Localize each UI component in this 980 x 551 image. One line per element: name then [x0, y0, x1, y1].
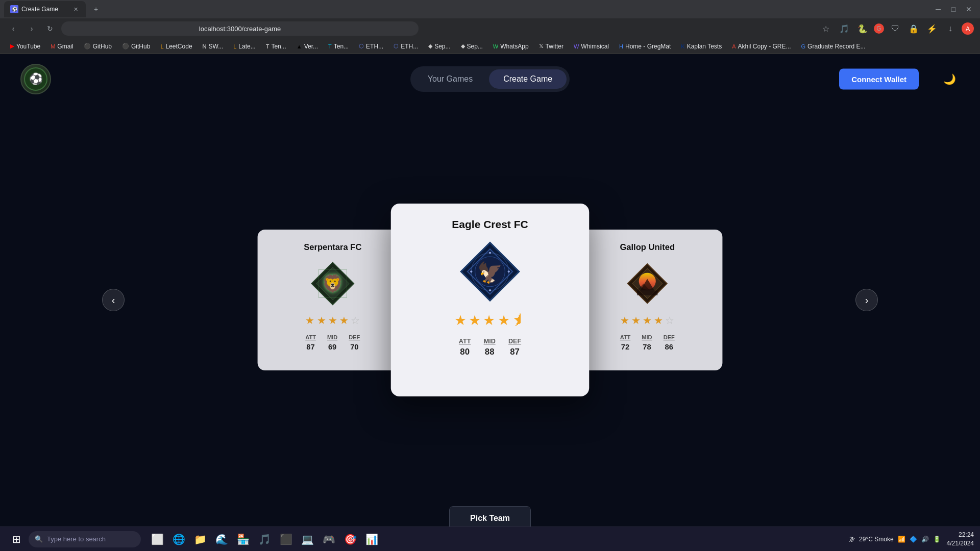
bookmark-label: Twitter	[546, 43, 564, 50]
bookmark-gre[interactable]: G Graduate Record E...	[797, 42, 870, 51]
bookmark-github-2[interactable]: ⚫ GitHub	[118, 42, 154, 51]
carousel-right-button[interactable]: ›	[855, 289, 878, 311]
bookmark-eth2[interactable]: ⬡ ETH...	[389, 42, 422, 51]
taskbar-app-vscode[interactable]: 💻	[297, 529, 317, 549]
close-button[interactable]: ✕	[962, 2, 976, 16]
bookmark-gmail[interactable]: M Gmail	[46, 42, 78, 51]
bookmark-kaplan[interactable]: K Kaplan Tests	[677, 42, 726, 51]
taskbar-app-ps[interactable]: 🎮	[318, 529, 339, 549]
bookmark-whimsical[interactable]: W Whimsical	[570, 42, 613, 51]
taskbar-app-explorer[interactable]: 📁	[190, 529, 210, 549]
team-name-gallop-united: Gallop United	[620, 243, 675, 253]
stats-row-eagle-crest: ATT 80 MID 88 DEF 87	[459, 338, 521, 357]
taskbar-app-green[interactable]: 📊	[361, 529, 382, 549]
star-3: ★	[328, 315, 337, 327]
bookmark-leetcode[interactable]: L LeetCode	[156, 42, 196, 51]
star-4: ★	[339, 315, 349, 327]
bookmark-ten2[interactable]: T Ten...	[324, 42, 353, 51]
maximize-button[interactable]: □	[946, 2, 961, 16]
bookmark-star-icon[interactable]: ☆	[819, 21, 833, 36]
star-1: ★	[305, 315, 314, 327]
taskbar-app-task-view[interactable]: ⬜	[147, 529, 167, 549]
bookmark-eth1[interactable]: ⬡ ETH...	[355, 42, 387, 51]
bookmark-github-1[interactable]: ⚫ GitHub	[80, 42, 116, 51]
taskbar: ⊞ 🔍 Type here to search ⬜ 🌐 📁 🌊 🏪 🎵 ⬛ 💻 …	[0, 527, 980, 551]
stars-row-serpentara: ★ ★ ★ ★ ☆	[305, 315, 360, 327]
att-stat-eagle: ATT 80	[459, 338, 471, 357]
taskbar-search[interactable]: 🔍 Type here to search	[29, 531, 141, 547]
team-card-eagle-crest[interactable]: Eagle Crest FC 🦅	[391, 204, 590, 396]
att-label: ATT	[620, 334, 631, 341]
sep1-icon: ◆	[428, 43, 432, 49]
bookmark-ten[interactable]: T Ten...	[262, 42, 290, 51]
connect-wallet-button[interactable]: Connect Wallet	[839, 69, 919, 90]
bookmark-sep1[interactable]: ◆ Sep...	[424, 42, 454, 51]
active-tab[interactable]: ⚽ Create Game ✕	[4, 1, 86, 17]
taskbar-app-store[interactable]: 🏪	[233, 529, 253, 549]
mid-stat-gallop: MID 78	[642, 334, 652, 351]
carousel-left-button[interactable]: ‹	[102, 289, 125, 311]
svg-point-14	[470, 270, 472, 272]
att-label: ATT	[459, 338, 471, 345]
bookmark-gregmat[interactable]: H Home - GregMat	[615, 42, 675, 51]
your-games-nav[interactable]: Your Games	[413, 69, 487, 89]
def-stat-eagle: DEF 87	[508, 338, 521, 357]
bookmark-label: YouTube	[16, 43, 40, 50]
bookmark-akhil[interactable]: A Akhil Copy - GRE...	[728, 42, 795, 51]
tab-close-button[interactable]: ✕	[71, 5, 80, 13]
reload-button[interactable]: ↻	[43, 21, 57, 36]
forward-button[interactable]: ›	[24, 21, 39, 36]
def-stat-gallop: DEF 86	[664, 334, 675, 351]
back-button[interactable]: ‹	[6, 21, 20, 36]
start-button[interactable]: ⊞	[6, 529, 27, 549]
extension-icon-7[interactable]: ↓	[943, 21, 958, 36]
eth1-icon: ⬡	[359, 43, 364, 49]
team-card-serpentara[interactable]: Serpentara FC 🦁 ★ ★ ★ ★ ☆	[258, 230, 408, 370]
att-value-serpentara: 87	[306, 343, 314, 352]
mid-stat-serpentara: MID 69	[327, 334, 337, 351]
profile-icon[interactable]: A	[962, 22, 974, 35]
def-label: DEF	[349, 334, 360, 341]
bookmark-whatsapp[interactable]: W WhatsApp	[489, 42, 533, 51]
taskbar-app-terminal[interactable]: ⬛	[276, 529, 296, 549]
date-display: 4/21/2024	[947, 539, 974, 548]
extension-icon-3[interactable]: G	[874, 23, 884, 34]
app-logo: ⚽	[20, 64, 51, 94]
extension-icon-4[interactable]: 🛡	[888, 21, 902, 36]
extension-icon-2[interactable]: 🐍	[855, 21, 870, 36]
address-input[interactable]	[61, 21, 419, 36]
taskbar-app-spotify[interactable]: 🎵	[254, 529, 275, 549]
bluetooth-icon: 🔷	[910, 536, 917, 543]
create-game-nav[interactable]: Create Game	[489, 69, 567, 89]
bookmark-sep2[interactable]: ◆ Sep...	[457, 42, 487, 51]
def-value-serpentara: 70	[350, 343, 358, 352]
taskbar-app-edge[interactable]: 🌊	[211, 529, 232, 549]
extension-icon-1[interactable]: 🎵	[837, 21, 851, 36]
def-value-eagle: 87	[510, 347, 520, 357]
bookmarks-bar: ▶ YouTube M Gmail ⚫ GitHub ⚫ GitHub L Le…	[0, 39, 980, 54]
taskbar-clock[interactable]: 22:24 4/21/2024	[947, 531, 974, 548]
new-tab-button[interactable]: +	[89, 2, 103, 16]
extension-icon-5[interactable]: 🔒	[906, 21, 921, 36]
bookmark-label: Whimsical	[581, 43, 609, 50]
bookmark-ver[interactable]: ▲ Ver...	[292, 42, 322, 51]
taskbar-app-xbox[interactable]: 🎯	[340, 529, 360, 549]
minimize-button[interactable]: ─	[931, 2, 945, 16]
taskbar-app-chrome[interactable]: 🌐	[168, 529, 189, 549]
theme-toggle-button[interactable]: 🌙	[939, 69, 960, 89]
bookmark-youtube[interactable]: ▶ YouTube	[6, 42, 44, 51]
tab-favicon: ⚽	[10, 5, 18, 13]
team-card-gallop-united[interactable]: Gallop United	[572, 230, 722, 370]
bookmark-label: SW...	[209, 43, 224, 50]
nav-pills: Your Games Create Game	[410, 66, 570, 92]
volume-icon: 🔊	[921, 536, 929, 543]
mid-stat-eagle: MID 88	[484, 338, 496, 357]
stats-row-serpentara: ATT 87 MID 69 DEF 70	[305, 334, 360, 351]
extension-icon-6[interactable]: ⚡	[925, 21, 939, 36]
bookmark-twitter[interactable]: 𝕏 Twitter	[535, 42, 568, 51]
whimsical-icon: W	[574, 43, 579, 49]
bookmark-notion[interactable]: N SW...	[199, 42, 228, 51]
star-3: ★	[643, 315, 652, 327]
bookmark-latest[interactable]: L Late...	[229, 42, 259, 51]
browser-chrome: ⚽ Create Game ✕ + ─ □ ✕ ‹ › ↻ ☆ 🎵 🐍 G 🛡 …	[0, 0, 980, 54]
